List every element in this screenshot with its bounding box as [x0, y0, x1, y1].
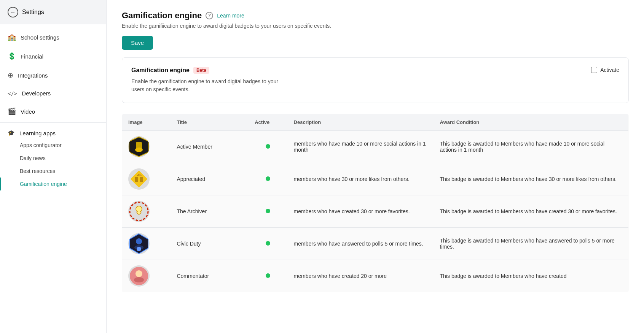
engine-card-description: Enable the gamification engine to award … [131, 78, 284, 94]
badge-image [128, 233, 150, 254]
badge-image [128, 168, 150, 190]
th-description: Description [288, 114, 434, 131]
table-row: The Archiver members who have created 30… [122, 195, 629, 228]
active-indicator [266, 144, 270, 149]
developers-icon: </> [8, 90, 17, 97]
sidebar-item-developers[interactable]: </> Developers [0, 85, 106, 102]
sidebar-item-label: Financial [21, 53, 43, 60]
svg-rect-4 [135, 177, 138, 182]
th-image: Image [122, 114, 171, 131]
back-label: Settings [22, 9, 44, 16]
svg-point-9 [136, 206, 142, 212]
activate-row: Activate [591, 67, 619, 73]
sidebar-item-label: Developers [22, 90, 51, 97]
badge-title: Commentator [171, 260, 249, 292]
badge-image-cell [122, 195, 171, 228]
active-indicator [266, 241, 270, 246]
activate-label: Activate [600, 67, 619, 73]
sidebar: ← Settings 🏫 School settings 💲 Financial… [0, 0, 107, 333]
badge-title: The Archiver [171, 195, 249, 228]
financial-icon: 💲 [8, 52, 16, 60]
back-button[interactable]: ← Settings [0, 0, 106, 24]
badge-image [128, 265, 150, 287]
badge-image-cell [122, 131, 171, 163]
divider-1 [0, 26, 106, 26]
learning-icon: 🎓 [8, 130, 15, 136]
sidebar-section-label-text: Learning apps [19, 130, 56, 136]
svg-point-13 [137, 247, 141, 251]
sidebar-item-apps-configurator[interactable]: Apps configurator [0, 139, 106, 152]
sidebar-item-video[interactable]: 🎬 Video [0, 102, 106, 121]
active-indicator [266, 209, 270, 213]
badge-active [249, 195, 287, 228]
title-row: Gamification engine ? Learn more [122, 11, 629, 21]
svg-point-15 [135, 270, 142, 277]
badge-image [128, 136, 150, 157]
svg-point-16 [134, 277, 144, 282]
sidebar-item-label: School settings [21, 34, 59, 41]
table-body: Active Member members who have made 10 o… [122, 131, 629, 292]
badge-active [249, 131, 287, 163]
svg-rect-3 [130, 170, 147, 187]
badge-award-condition: This badge is awarded to Members who hav… [434, 228, 629, 260]
badge-award-condition: This badge is awarded to Members who hav… [434, 260, 629, 292]
back-icon: ← [8, 7, 18, 17]
badge-active [249, 163, 287, 195]
sub-item-label: Apps configurator [20, 142, 62, 148]
badge-image-cell [122, 163, 171, 195]
badge-image [128, 201, 150, 222]
th-title: Title [171, 114, 249, 131]
page-subtitle: Enable the gamifiication engine to award… [122, 23, 629, 29]
table-row: Active Member members who have made 10 o… [122, 131, 629, 163]
badge-description: members who have made 10 or more social … [288, 131, 434, 163]
badge-image-cell [122, 260, 171, 292]
help-icon[interactable]: ? [206, 12, 213, 19]
page-title: Gamification engine [122, 11, 202, 21]
sub-item-label: Best resources [20, 168, 55, 174]
sidebar-item-integrations[interactable]: ⊕ Integrations [0, 66, 106, 85]
sub-item-label: Daily news [20, 155, 46, 161]
sidebar-item-daily-news[interactable]: Daily news [0, 152, 106, 165]
sidebar-item-financial[interactable]: 💲 Financial [0, 47, 106, 66]
sidebar-item-gamification-engine[interactable]: Gamification engine [0, 178, 106, 190]
main-content: Gamification engine ? Learn more Enable … [107, 0, 644, 333]
table-row: Civic Duty members who have answered to … [122, 228, 629, 260]
activate-checkbox[interactable] [591, 67, 597, 73]
badge-title: Active Member [171, 131, 249, 163]
sidebar-section-learning-apps[interactable]: 🎓 Learning apps [0, 124, 106, 139]
badge-image-cell [122, 228, 171, 260]
engine-card-title: Gamification engine [131, 67, 190, 74]
active-indicator [266, 176, 270, 181]
badges-table: Image Title Active Description Award Con… [122, 114, 629, 292]
sidebar-item-school-settings[interactable]: 🏫 School settings [0, 28, 106, 47]
svg-point-2 [135, 147, 143, 152]
table-header-row: Image Title Active Description Award Con… [122, 114, 629, 131]
badge-description: members who have 30 or more likes from o… [288, 163, 434, 195]
badge-title: Appreciated [171, 163, 249, 195]
svg-rect-5 [140, 177, 143, 182]
sidebar-item-label: Integrations [18, 72, 48, 79]
table-row: Appreciated members who have 30 or more … [122, 163, 629, 195]
badge-description: members who have answered to polls 5 or … [288, 228, 434, 260]
th-award-condition: Award Condition [434, 114, 629, 131]
integrations-icon: ⊕ [8, 71, 13, 79]
sidebar-item-label: Video [21, 108, 35, 115]
badge-description: members who have created 30 or more favo… [288, 195, 434, 228]
learn-more-link[interactable]: Learn more [217, 13, 244, 19]
sidebar-item-best-resources[interactable]: Best resources [0, 165, 106, 178]
table-header: Image Title Active Description Award Con… [122, 114, 629, 131]
badge-award-condition: This badge is awarded to Members who hav… [434, 131, 629, 163]
badge-award-condition: This badge is awarded to Members who hav… [434, 163, 629, 195]
save-button[interactable]: Save [122, 36, 153, 50]
badge-description: members who have created 20 or more [288, 260, 434, 292]
beta-badge: Beta [193, 67, 209, 74]
badge-title: Civic Duty [171, 228, 249, 260]
th-active: Active [249, 114, 287, 131]
engine-card: Gamification engine Beta Enable the gami… [122, 57, 629, 103]
page-header: Gamification engine ? Learn more Enable … [122, 11, 629, 50]
badge-active [249, 228, 287, 260]
divider-2 [0, 122, 106, 123]
sub-item-label: Gamification engine [20, 181, 67, 187]
video-icon: 🎬 [8, 107, 16, 116]
badge-active [249, 260, 287, 292]
